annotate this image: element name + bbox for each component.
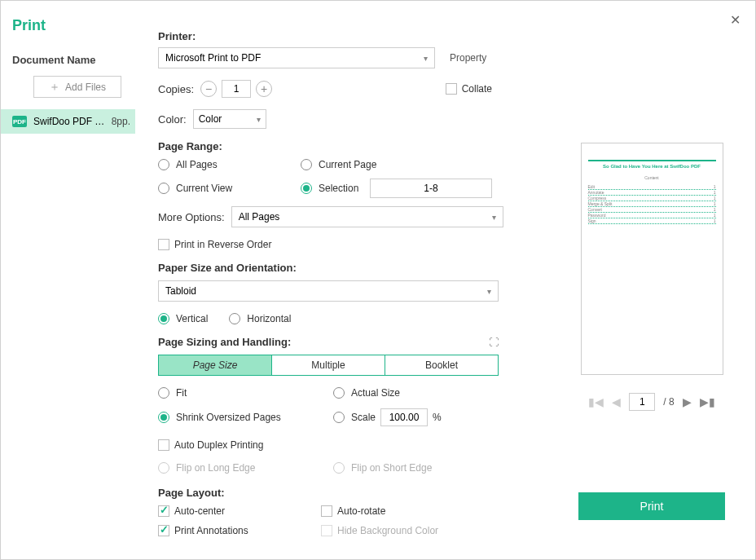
add-files-label: Add Files (65, 82, 106, 93)
auto-rotate-checkbox[interactable]: Auto-rotate (321, 505, 552, 517)
copies-increase-button[interactable]: + (256, 81, 272, 97)
tab-booklet[interactable]: Booklet (385, 355, 498, 375)
paper-label: Paper Size and Orientation: (158, 262, 552, 274)
printer-label: Printer: (158, 30, 552, 42)
copies-decrease-button[interactable]: − (200, 81, 217, 97)
sizing-label: Page Sizing and Handling: (158, 336, 291, 348)
color-value: Color (199, 113, 222, 125)
layout-label: Page Layout: (158, 487, 552, 499)
more-options-label: More Options: (158, 211, 225, 223)
sizing-tabs: Page Size Multiple Booklet (158, 355, 499, 376)
tab-multiple[interactable]: Multiple (272, 355, 385, 375)
copies-input[interactable] (222, 80, 251, 98)
page-total: / 8 (663, 396, 674, 408)
preview-line: Sign1 (588, 218, 716, 224)
scale-unit: % (433, 412, 442, 423)
radio-scale[interactable]: Scale % (333, 408, 552, 426)
preview-line: Edit1 (588, 184, 716, 190)
pdf-icon: PDF (12, 116, 27, 127)
print-button[interactable]: Print (578, 492, 725, 520)
collate-checkbox[interactable]: Collate (446, 83, 492, 95)
main-panel: Printer: Microsoft Print to PDF ▾ Proper… (135, 1, 560, 555)
page-range-label: Page Range: (158, 140, 552, 152)
radio-actual-size[interactable]: Actual Size (333, 387, 552, 399)
more-options-select[interactable]: All Pages ▾ (231, 206, 503, 227)
hide-bg-checkbox: Hide Background Color (321, 525, 552, 536)
paper-size-select[interactable]: Tabloid ▾ (158, 280, 499, 302)
plus-icon: ＋ (49, 80, 60, 95)
checkbox-icon (158, 505, 169, 517)
document-name-header: Document Name (12, 54, 135, 66)
radio-flip-short-edge: Flip on Short Edge (333, 462, 552, 474)
printer-property-link[interactable]: Property (450, 52, 486, 64)
duplex-checkbox[interactable]: Auto Duplex Printing (158, 439, 263, 451)
first-page-icon: ▮◀ (588, 395, 604, 408)
expand-icon[interactable]: ⛶ (489, 337, 499, 348)
pager: ▮◀ ◀ / 8 ▶ ▶▮ (588, 393, 714, 411)
radio-vertical[interactable]: Vertical (158, 313, 208, 324)
preview-panel: So Glad to Have You Here at SwifDoo PDF … (560, 1, 755, 559)
sidebar: Print Document Name ＋ Add Files PDF Swif… (1, 1, 135, 559)
page-preview: So Glad to Have You Here at SwifDoo PDF … (581, 143, 723, 375)
next-page-icon[interactable]: ▶ (683, 395, 692, 408)
tab-page-size[interactable]: Page Size (159, 355, 272, 375)
more-options-value: All Pages (239, 211, 280, 223)
radio-current-page[interactable]: Current Page (301, 159, 552, 170)
document-file-name: SwifDoo PDF Us.. (33, 116, 105, 127)
paper-size-value: Tabloid (165, 285, 196, 297)
printer-select[interactable]: Microsoft Print to PDF ▾ (158, 47, 435, 68)
preview-line: Annotate1 (588, 190, 716, 196)
close-icon[interactable]: ✕ (730, 12, 741, 28)
radio-selection[interactable]: Selection (301, 183, 370, 194)
chevron-down-icon: ▾ (492, 213, 496, 222)
page-input[interactable] (629, 393, 655, 411)
preview-line: Compress1 (588, 196, 716, 201)
collate-label: Collate (462, 83, 492, 95)
radio-current-view[interactable]: Current View (158, 183, 301, 194)
preview-line: Merge & Split1 (588, 201, 716, 207)
document-page-count: 8pp. (112, 116, 130, 127)
checkbox-icon (158, 525, 169, 536)
radio-horizontal[interactable]: Horizontal (229, 313, 291, 324)
checkbox-icon (158, 239, 169, 250)
dialog-title: Print (12, 17, 135, 34)
color-label: Color: (158, 113, 187, 126)
selection-input[interactable] (370, 179, 492, 198)
document-list-item[interactable]: PDF SwifDoo PDF Us.. 8pp. (1, 109, 135, 134)
radio-all-pages[interactable]: All Pages (158, 159, 301, 170)
preview-line: Convert1 (588, 207, 716, 213)
copies-label: Copies: (158, 83, 194, 95)
auto-center-checkbox[interactable]: Auto-center (158, 505, 321, 517)
checkbox-icon (321, 525, 332, 536)
preview-sub: Content (588, 175, 716, 180)
print-annotations-checkbox[interactable]: Print Annotations (158, 525, 321, 536)
chevron-down-icon: ▾ (424, 54, 428, 63)
printer-value: Microsoft Print to PDF (165, 52, 261, 64)
color-select[interactable]: Color ▾ (193, 109, 266, 129)
chevron-down-icon: ▾ (487, 287, 491, 296)
radio-fit[interactable]: Fit (158, 387, 333, 399)
checkbox-icon (446, 83, 457, 95)
add-files-button[interactable]: ＋ Add Files (33, 76, 121, 98)
last-page-icon[interactable]: ▶▮ (700, 395, 715, 408)
reverse-order-checkbox[interactable]: Print in Reverse Order (158, 239, 271, 250)
checkbox-icon (158, 439, 169, 451)
scale-input[interactable] (380, 408, 428, 426)
preview-title: So Glad to Have You Here at SwifDoo PDF (588, 160, 716, 169)
radio-shrink[interactable]: Shrink Oversized Pages (158, 408, 333, 426)
radio-flip-long-edge: Flip on Long Edge (158, 462, 333, 474)
prev-page-icon: ◀ (612, 395, 621, 408)
chevron-down-icon: ▾ (257, 115, 261, 124)
preview-line: Password1 (588, 213, 716, 218)
checkbox-icon (321, 505, 332, 517)
